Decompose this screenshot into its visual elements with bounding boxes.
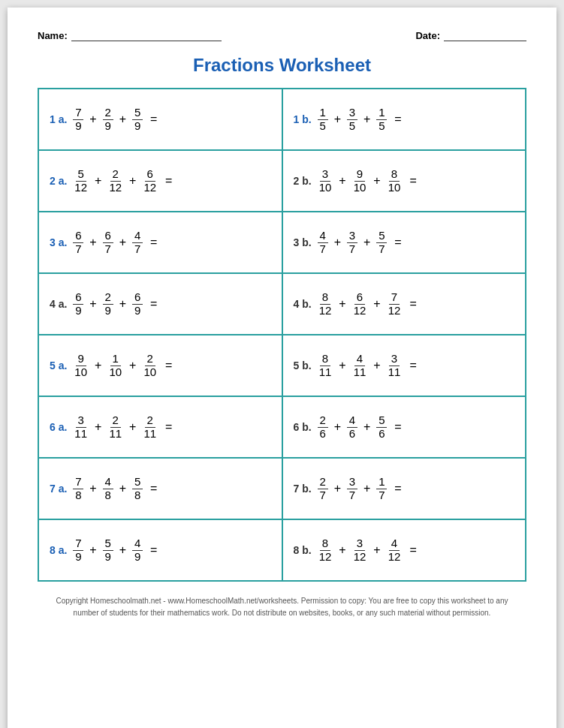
equals-sign: = (409, 543, 416, 557)
fraction: 812 (318, 537, 333, 563)
denominator: 9 (73, 305, 83, 317)
numerator: 2 (145, 353, 155, 366)
plus-operator: + (373, 297, 380, 311)
numerator: 7 (73, 476, 83, 489)
math-expression: 79+29+59= (73, 107, 157, 132)
numerator: 1 (110, 353, 121, 366)
denominator: 10 (142, 366, 158, 379)
plus-operator: + (89, 543, 96, 557)
fraction: 15 (318, 107, 328, 132)
numerator: 7 (73, 537, 83, 551)
name-line[interactable] (71, 31, 222, 41)
problem-label: 2 a. (50, 175, 67, 187)
plus-operator: + (339, 174, 345, 188)
plus-operator: + (89, 482, 96, 495)
plus-operator: + (339, 543, 345, 557)
fraction: 46 (347, 414, 357, 440)
worksheet-title: Fractions Worksheet (38, 55, 526, 76)
fraction: 78 (73, 476, 83, 501)
fraction: 59 (103, 537, 113, 563)
numerator: 4 (347, 414, 357, 428)
fraction: 59 (132, 107, 143, 132)
denominator: 12 (387, 305, 403, 317)
denominator: 7 (318, 243, 328, 256)
numerator: 3 (76, 414, 86, 428)
math-expression: 812+612+712= (318, 291, 417, 317)
denominator: 7 (103, 243, 113, 256)
fraction: 79 (73, 107, 83, 132)
plus-operator: + (119, 236, 126, 249)
name-field: Name: (38, 30, 222, 41)
denominator: 11 (107, 428, 123, 441)
date-line[interactable] (444, 31, 526, 41)
equals-sign: = (150, 236, 157, 249)
numerator: 2 (318, 414, 328, 428)
name-label: Name: (38, 30, 68, 41)
fraction: 612 (352, 291, 368, 317)
problem-cell: 3 b.47+37+57= (283, 212, 526, 272)
numerator: 7 (389, 291, 400, 305)
fraction: 910 (73, 353, 89, 378)
fraction: 47 (318, 230, 328, 255)
fraction: 37 (347, 230, 357, 255)
numerator: 2 (145, 414, 155, 428)
math-expression: 78+48+58= (73, 476, 157, 501)
math-expression: 311+211+211= (73, 414, 172, 440)
problems-grid: 1 a.79+29+59=1 b.15+35+15=2 a.512+212+61… (38, 88, 526, 582)
problem-label: 1 a. (50, 113, 67, 125)
denominator: 8 (103, 489, 113, 502)
fraction: 17 (376, 476, 387, 501)
header-row: Name: Date: (38, 30, 526, 41)
numerator: 1 (376, 107, 387, 120)
fraction: 47 (132, 230, 143, 255)
denominator: 11 (352, 366, 368, 379)
fraction: 311 (73, 414, 89, 440)
numerator: 5 (132, 476, 143, 489)
numerator: 9 (76, 353, 86, 366)
numerator: 8 (389, 168, 400, 182)
numerator: 4 (354, 353, 365, 366)
math-expression: 512+212+612= (73, 168, 172, 194)
plus-operator: + (334, 420, 341, 434)
denominator: 7 (132, 243, 143, 256)
denominator: 10 (387, 182, 403, 194)
date-label: Date: (415, 30, 440, 41)
problem-label: 8 a. (50, 544, 67, 556)
numerator: 9 (354, 168, 365, 182)
denominator: 8 (73, 489, 83, 502)
denominator: 9 (103, 551, 113, 564)
fraction: 712 (387, 291, 403, 317)
numerator: 6 (73, 230, 83, 243)
numerator: 4 (318, 230, 328, 243)
problem-row: 8 a.79+59+49=8 b.812+312+412= (39, 520, 525, 580)
worksheet-page: Name: Date: Fractions Worksheet 1 a.79+2… (8, 8, 556, 728)
equals-sign: = (150, 297, 157, 311)
fraction: 49 (132, 537, 143, 563)
numerator: 3 (347, 230, 357, 243)
denominator: 9 (132, 551, 143, 564)
denominator: 12 (352, 305, 368, 317)
denominator: 9 (73, 551, 83, 564)
problem-row: 1 a.79+29+59=1 b.15+35+15= (39, 89, 525, 151)
problem-cell: 7 a.78+48+58= (39, 459, 283, 519)
denominator: 7 (376, 489, 387, 502)
plus-operator: + (119, 297, 126, 311)
equals-sign: = (165, 420, 172, 434)
problem-cell: 2 a.512+212+612= (39, 151, 283, 211)
denominator: 11 (73, 428, 89, 441)
fraction: 211 (142, 414, 158, 440)
problem-cell: 4 b.812+612+712= (283, 274, 526, 334)
fraction: 811 (318, 353, 333, 378)
problem-label: 4 b. (294, 298, 312, 310)
plus-operator: + (95, 174, 101, 188)
problem-cell: 2 b.310+910+810= (283, 151, 526, 211)
fraction: 512 (73, 168, 89, 194)
fraction: 310 (318, 168, 333, 194)
equals-sign: = (150, 543, 157, 557)
fraction: 211 (107, 414, 123, 440)
problem-label: 3 a. (50, 236, 67, 248)
fraction: 29 (103, 291, 113, 317)
fraction: 56 (376, 414, 387, 440)
equals-sign: = (394, 420, 401, 434)
plus-operator: + (95, 420, 101, 434)
